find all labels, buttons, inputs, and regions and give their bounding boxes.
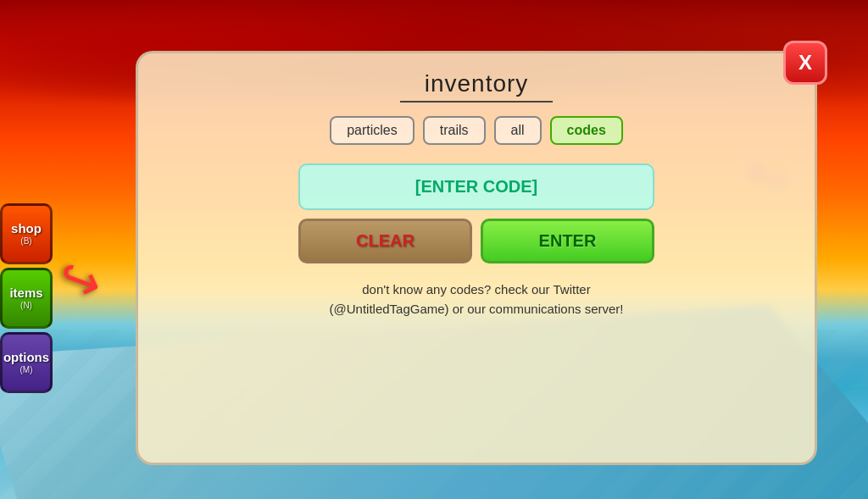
- shop-key-hint: (B): [20, 236, 31, 247]
- options-label: options: [3, 350, 49, 365]
- tab-trails[interactable]: trails: [423, 116, 486, 145]
- enter-button[interactable]: ENTER: [481, 219, 654, 263]
- tab-all[interactable]: all: [494, 116, 542, 145]
- items-label: items: [9, 286, 42, 301]
- modal-title: inventory: [400, 70, 553, 103]
- options-key-hint: (M): [20, 365, 33, 375]
- tab-particles[interactable]: particles: [330, 116, 415, 145]
- tabs-row: particles trails all codes: [330, 116, 623, 145]
- clear-button[interactable]: CLEAR: [298, 219, 472, 263]
- code-input[interactable]: [298, 164, 654, 210]
- sidebar: shop (B) items (N) options (M): [0, 203, 53, 393]
- sidebar-item-shop[interactable]: shop (B): [0, 203, 53, 264]
- sidebar-item-options[interactable]: options (M): [0, 332, 53, 393]
- items-key-hint: (N): [20, 301, 32, 311]
- code-section: CLEAR ENTER: [298, 164, 654, 263]
- sidebar-item-items[interactable]: items (N): [0, 268, 53, 329]
- action-buttons: CLEAR ENTER: [298, 219, 654, 263]
- tab-codes[interactable]: codes: [550, 116, 623, 145]
- hint-text: don't know any codes? check our Twitter(…: [329, 280, 623, 319]
- shop-label: shop: [11, 221, 42, 236]
- close-button[interactable]: X: [783, 41, 827, 85]
- inventory-modal: inventory particles trails all codes CLE…: [136, 51, 817, 465]
